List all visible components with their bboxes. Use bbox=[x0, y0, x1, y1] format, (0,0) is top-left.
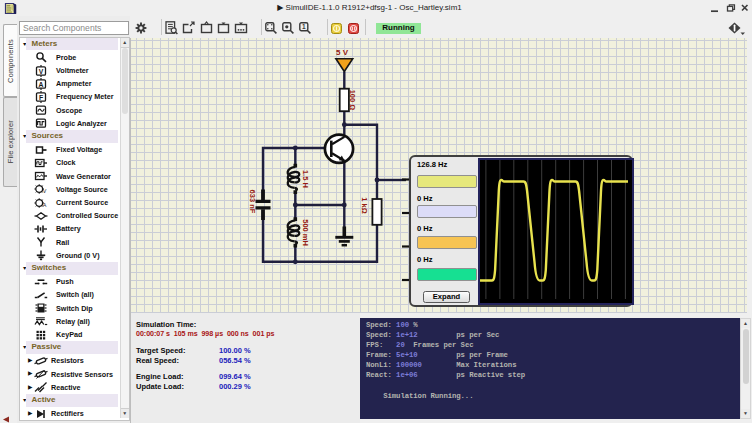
svg-text:1.5 H: 1.5 H bbox=[301, 170, 310, 188]
svg-text:1 kΩ: 1 kΩ bbox=[360, 197, 369, 213]
svg-text:633 nF: 633 nF bbox=[248, 190, 257, 214]
svg-text:100 Ω: 100 Ω bbox=[348, 90, 357, 111]
svg-text:A: A bbox=[39, 80, 44, 87]
svg-text:V: V bbox=[43, 188, 47, 194]
svg-text:A: A bbox=[43, 201, 47, 207]
svg-text:F: F bbox=[39, 94, 43, 101]
svg-text:1: 1 bbox=[302, 23, 306, 30]
svg-text:500 mH: 500 mH bbox=[301, 219, 310, 246]
svg-text:5 V: 5 V bbox=[336, 48, 349, 57]
svg-text:V: V bbox=[39, 67, 44, 74]
